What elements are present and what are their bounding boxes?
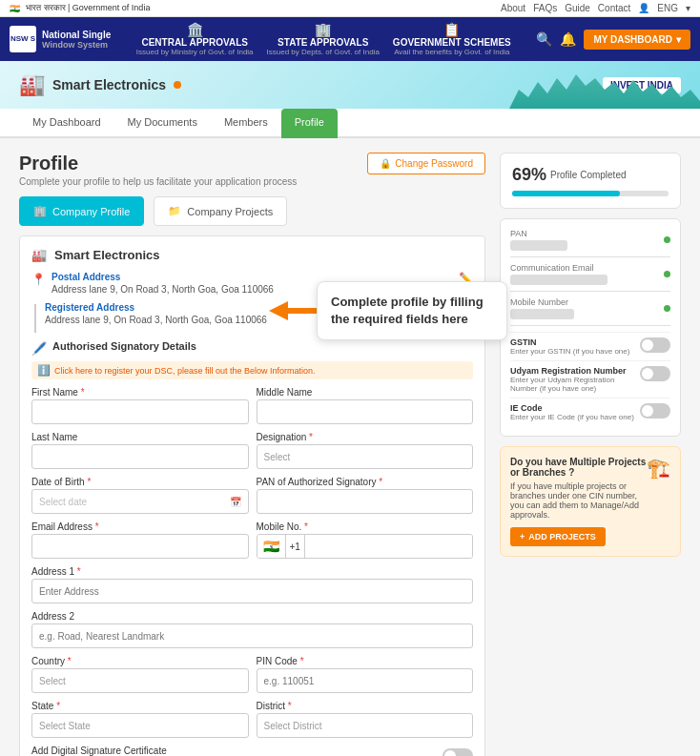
dsc-note: ℹ️ Click here to register your DSC, plea… — [31, 361, 473, 379]
tab-company-projects[interactable]: 📁 Company Projects — [154, 196, 287, 226]
district-select[interactable]: Select District — [257, 713, 474, 738]
ie-code-toggle[interactable] — [640, 403, 670, 419]
mobile-block: Mobile Number XXXXXXXXXX — [510, 297, 574, 319]
guide-link[interactable]: Guide — [565, 3, 590, 13]
about-link[interactable]: About — [501, 3, 525, 13]
country-select[interactable]: Select — [31, 668, 249, 693]
registered-address-row: Registered Address Address lane 9, On Ro… — [31, 302, 473, 333]
lang-selector[interactable]: ENG — [657, 3, 678, 13]
progress-card: 69% Profile Completed — [500, 153, 681, 209]
tab-bar: My Dashboard My Documents Members Profil… — [0, 109, 700, 138]
divider — [510, 291, 670, 292]
bell-icon[interactable]: 🔔 — [560, 31, 576, 47]
address2-input[interactable] — [31, 623, 473, 648]
state-group: State * Select State — [31, 701, 249, 738]
faqs-link[interactable]: FAQs — [533, 3, 557, 13]
gstin-toggle[interactable] — [640, 337, 670, 353]
ie-code-text: IE Code Enter your IE Code (if you have … — [510, 403, 634, 421]
main-content: Profile Complete your profile to help us… — [0, 138, 700, 756]
gov-bar-right: About FAQs Guide Contact 👤 ENG ▾ — [501, 3, 690, 13]
first-name-input[interactable] — [31, 399, 249, 424]
projects-icon: 📁 — [168, 205, 181, 217]
pin-group: PIN Code * — [257, 656, 474, 693]
email-row: Communication Email XXXXXXXXXXXX.com — [510, 263, 670, 285]
contact-link[interactable]: Contact — [598, 3, 630, 13]
dob-input[interactable]: Select date 📅 — [31, 489, 249, 514]
pan-label: PAN of Authorized Signatory * — [257, 477, 474, 487]
mobile-phone-group[interactable]: 🇮🇳 +1 — [257, 534, 474, 559]
tab-my-dashboard[interactable]: My Dashboard — [19, 109, 114, 138]
last-name-label: Last Name — [31, 432, 249, 442]
status-dot — [174, 81, 181, 89]
nav-right: 🔍 🔔 MY DASHBOARD ▾ — [536, 30, 690, 50]
search-icon[interactable]: 🔍 — [536, 31, 552, 47]
last-name-group: Last Name — [31, 432, 249, 469]
pan-input[interactable] — [257, 489, 474, 514]
company-header: 🏭 Smart Electronics — [31, 248, 473, 262]
mobile-group: Mobile No. * 🇮🇳 +1 — [257, 521, 474, 559]
udyam-text: Udyam Registration Number Enter your Udy… — [510, 366, 640, 393]
profile-title-group: Profile Complete your profile to help us… — [19, 153, 297, 187]
tab-profile[interactable]: Profile — [281, 109, 338, 138]
projects-text: Do you have Multiple Projects or Branche… — [510, 457, 647, 527]
pin-label: PIN Code * — [257, 656, 474, 666]
state-district-row: State * Select State District * — [31, 701, 473, 738]
location-icon: 📍 — [31, 273, 46, 286]
tab-my-documents[interactable]: My Documents — [114, 109, 211, 138]
nav-logo[interactable]: NSW S National Single Window System — [10, 26, 111, 52]
user-icon[interactable]: 👤 — [638, 3, 649, 13]
address1-input[interactable] — [31, 579, 473, 603]
chevron-down-icon: ▾ — [676, 34, 681, 45]
mobile-row: Mobile Number XXXXXXXXXX — [510, 297, 670, 319]
edit-postal-icon[interactable]: ✏️ — [459, 272, 473, 285]
change-password-button[interactable]: 🔒 Change Password — [367, 153, 485, 174]
nav-bar: NSW S National Single Window System 🏛️ C… — [0, 17, 700, 61]
district-group: District * Select District — [257, 701, 474, 738]
profile-header: Profile Complete your profile to help us… — [19, 153, 485, 187]
nav-govt-schemes[interactable]: 📋 GOVERNMENT SCHEMES Avail the benefits … — [393, 22, 511, 56]
udyam-toggle[interactable] — [640, 366, 670, 381]
pin-input[interactable] — [257, 668, 474, 693]
email-input[interactable] — [31, 534, 249, 559]
postal-address-block: Postal Address Address lane 9, On Road 3… — [51, 272, 274, 295]
middle-name-group: Middle Name — [257, 387, 474, 424]
designation-select[interactable]: Select — [257, 444, 474, 469]
state-select[interactable]: Select State — [31, 713, 249, 738]
banner-city-illustration — [509, 71, 700, 109]
nsws-logo-icon: NSW S — [10, 26, 36, 52]
nav-central-approvals[interactable]: 🏛️ CENTRAL APPROVALS Issued by Ministry … — [136, 22, 254, 56]
chevron-down-icon: ▾ — [686, 3, 690, 13]
auth-header-row: 🖊️ Authorised Signatory Details — [31, 340, 473, 356]
building-icon: 🏭 — [19, 72, 45, 97]
digital-signature-text: Add Digital Signature Certificate Digita… — [31, 746, 227, 756]
divider — [510, 325, 670, 326]
nav-state-approvals[interactable]: 🏢 STATE APPROVALS Issued by Depts. of Go… — [267, 22, 380, 56]
right-panel: 69% Profile Completed PAN XXXXXXXXX — [500, 153, 681, 756]
gstin-text: GSTIN Enter your GSTIN (if you have one) — [510, 337, 629, 356]
pan-block: PAN XXXXXXXXX — [510, 229, 567, 251]
pan-group: PAN of Authorized Signatory * — [257, 477, 474, 514]
middle-name-input[interactable] — [257, 399, 474, 424]
tab-company-profile[interactable]: 🏢 Company Profile — [19, 196, 144, 226]
last-designation-row: Last Name Designation * Select — [31, 432, 473, 469]
dashboard-button[interactable]: MY DASHBOARD ▾ — [584, 30, 690, 50]
last-name-input[interactable] — [31, 444, 249, 469]
middle-name-label: Middle Name — [257, 387, 474, 398]
digital-signature-toggle[interactable] — [443, 748, 473, 757]
company-section: 🏭 Smart Electronics 📍 Postal Address Add… — [19, 235, 485, 756]
company-name: 🏭 Smart Electronics — [19, 72, 181, 97]
gov-text: भारत सरकार | Government of India — [26, 3, 150, 13]
tab-members[interactable]: Members — [211, 109, 281, 138]
address2-label: Address 2 — [31, 611, 473, 622]
divider — [510, 256, 670, 257]
add-projects-button[interactable]: + ADD PROJECTS — [510, 527, 606, 546]
pan-verified-dot — [664, 236, 670, 243]
country-label: Country * — [31, 656, 249, 666]
mobile-input[interactable] — [305, 535, 472, 558]
state-label: State * — [31, 701, 249, 711]
udyam-row: Udyam Registration Number Enter your Udy… — [510, 360, 670, 398]
first-name-label: First Name * — [31, 387, 249, 398]
projects-card: Do you have Multiple Projects or Branche… — [500, 446, 681, 557]
progress-bar-bg — [512, 191, 669, 196]
address1-label: Address 1 * — [31, 566, 473, 577]
